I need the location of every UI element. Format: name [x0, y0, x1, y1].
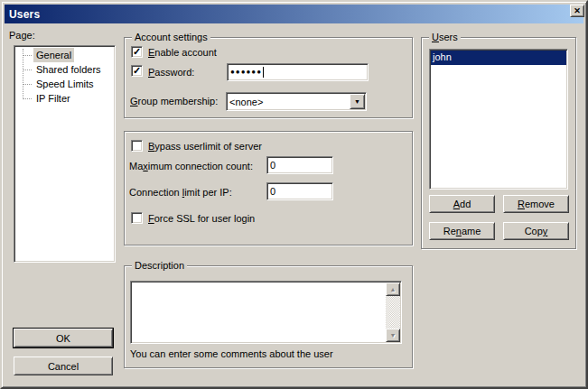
group-membership-combobox[interactable]: <none> ▼ [226, 92, 367, 111]
connection-limit-per-ip-value: 0 [270, 186, 275, 197]
tree-item-label: Shared folders [33, 62, 104, 77]
password-label[interactable]: Password: [148, 67, 194, 78]
scroll-down-button[interactable]: ▼ [386, 329, 400, 342]
user-list-item[interactable]: john [431, 51, 566, 65]
window-title: Users [5, 8, 40, 21]
remove-button[interactable]: Remove [503, 195, 569, 213]
title-bar[interactable]: Users [5, 5, 583, 23]
tree-item-label: General [33, 48, 74, 62]
tree-item-general[interactable]: General [14, 48, 115, 62]
close-button[interactable]: ✕ [570, 5, 584, 17]
enable-account-label[interactable]: Enable account [148, 47, 217, 58]
rename-button[interactable]: Rename [429, 222, 495, 240]
group-membership-label: Group membership: [130, 96, 218, 107]
password-value: ●●●●●● [230, 69, 262, 76]
scroll-up-button[interactable]: ▲ [386, 282, 400, 296]
account-settings-title: Account settings [132, 32, 210, 42]
text-caret [263, 67, 264, 78]
password-checkbox[interactable] [131, 65, 143, 77]
ok-button[interactable]: OK [14, 329, 113, 347]
connection-limit-per-ip-input[interactable]: 0 [266, 182, 333, 200]
max-connection-count-value: 0 [270, 160, 275, 171]
tree-item-ip-filter[interactable]: IP Filter [14, 91, 115, 106]
max-connection-count-input[interactable]: 0 [266, 156, 333, 174]
chevron-down-icon: ▼ [354, 98, 360, 105]
tree-item-label: IP Filter [33, 91, 73, 106]
users-listbox[interactable]: john [429, 49, 568, 190]
bypass-userlimit-checkbox[interactable] [131, 140, 143, 152]
arrow-down-icon: ▼ [390, 332, 397, 338]
max-connection-count-label: Maximum connection count: [129, 161, 253, 171]
description-hint: You can enter some comments about the us… [130, 348, 333, 359]
users-dialog: Users ✕ Page: General Shared folders Spe… [0, 0, 588, 389]
force-ssl-label[interactable]: Force SSL for user login [148, 213, 255, 224]
connection-limit-per-ip-label: Connection limit per IP: [129, 187, 232, 198]
combobox-dropdown-button[interactable]: ▼ [350, 94, 365, 109]
force-ssl-checkbox[interactable] [131, 212, 143, 224]
page-label: Page: [9, 30, 35, 41]
page-tree[interactable]: General Shared folders Speed Limits IP F… [14, 45, 116, 263]
add-button[interactable]: Add [429, 195, 495, 213]
tree-item-shared-folders[interactable]: Shared folders [14, 62, 115, 77]
users-group-title: Users [429, 32, 461, 42]
tree-item-label: Speed Limits [33, 77, 97, 91]
bypass-userlimit-label[interactable]: Bypass userlimit of server [148, 141, 262, 152]
password-input[interactable]: ●●●●●● [227, 63, 369, 81]
description-title: Description [132, 260, 187, 271]
close-icon: ✕ [574, 7, 581, 15]
group-membership-value: <none> [229, 97, 263, 107]
enable-account-checkbox[interactable] [131, 46, 143, 58]
description-scrollbar[interactable]: ▲ ▼ [386, 282, 400, 342]
arrow-up-icon: ▲ [390, 286, 397, 292]
description-textarea[interactable]: ▲ ▼ [130, 281, 402, 344]
copy-button[interactable]: Copy [503, 222, 569, 240]
cancel-button[interactable]: Cancel [14, 357, 113, 375]
description-value [134, 283, 383, 341]
tree-item-speed-limits[interactable]: Speed Limits [14, 77, 115, 91]
